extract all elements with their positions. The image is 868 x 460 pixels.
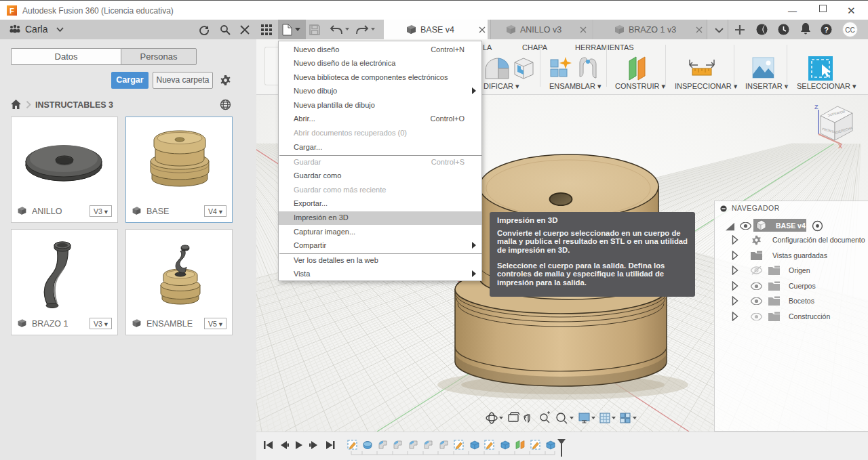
svg-text:Z: Z xyxy=(814,104,818,110)
svg-text:X: X xyxy=(838,143,842,150)
svg-text:?: ? xyxy=(824,26,829,34)
svg-text:F: F xyxy=(9,7,14,15)
